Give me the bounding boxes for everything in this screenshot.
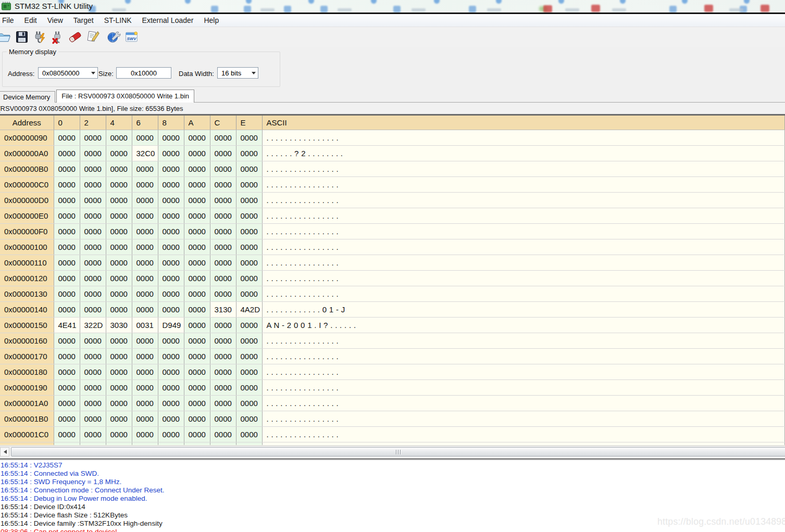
hex-cell[interactable]: 0000: [106, 161, 132, 177]
hex-cell[interactable]: 0000: [210, 333, 236, 349]
tab-device-memory[interactable]: Device Memory: [0, 91, 55, 103]
hex-cell[interactable]: 0000: [106, 239, 132, 255]
settings-button[interactable]: [105, 29, 122, 45]
hex-cell[interactable]: 0000: [80, 427, 106, 442]
hex-cell[interactable]: 0000: [54, 411, 80, 427]
hex-cell[interactable]: 0000: [236, 177, 262, 193]
hex-cell[interactable]: 0000: [54, 161, 80, 177]
hex-cell[interactable]: 0000: [80, 411, 106, 427]
hex-cell[interactable]: 0000: [158, 380, 184, 396]
hex-cell[interactable]: 0000: [106, 286, 132, 302]
hex-cell[interactable]: 0000: [54, 193, 80, 208]
scroll-left-button[interactable]: [0, 447, 9, 457]
hex-cell[interactable]: 0000: [184, 161, 210, 177]
hex-cell[interactable]: 0000: [210, 255, 236, 271]
hex-cell[interactable]: 0000: [184, 193, 210, 208]
hex-cell[interactable]: 0000: [106, 255, 132, 271]
hex-cell[interactable]: 0000: [132, 208, 158, 224]
hex-cell[interactable]: 0000: [80, 396, 106, 411]
hex-cell[interactable]: 0000: [106, 333, 132, 349]
hex-cell[interactable]: 0000: [210, 239, 236, 255]
hex-cell[interactable]: 0000: [210, 208, 236, 224]
hex-cell[interactable]: 0000: [158, 161, 184, 177]
menu-item-target[interactable]: Target: [68, 15, 99, 27]
hex-cell[interactable]: 0000: [132, 161, 158, 177]
hex-cell[interactable]: 0000: [54, 380, 80, 396]
menu-item-edit[interactable]: Edit: [19, 15, 42, 27]
hex-cell[interactable]: 0000: [80, 286, 106, 302]
hex-cell[interactable]: 0000: [54, 302, 80, 318]
menu-item-st-link[interactable]: ST-LINK: [99, 15, 137, 27]
hex-cell[interactable]: 0000: [184, 286, 210, 302]
hex-cell[interactable]: 0000: [210, 411, 236, 427]
hex-cell[interactable]: 0000: [158, 239, 184, 255]
hex-cell[interactable]: 0000: [106, 380, 132, 396]
hex-cell[interactable]: 0000: [132, 333, 158, 349]
hex-cell[interactable]: 0000: [132, 177, 158, 193]
hex-cell[interactable]: 3030: [106, 318, 132, 333]
hex-cell[interactable]: 0000: [80, 130, 106, 146]
hex-cell[interactable]: 0000: [210, 146, 236, 161]
hex-cell[interactable]: 32C0: [132, 146, 158, 161]
hex-cell[interactable]: 0000: [158, 302, 184, 318]
size-input[interactable]: 0x10000: [116, 67, 171, 79]
hex-cell[interactable]: 0000: [184, 239, 210, 255]
hex-cell[interactable]: 0000: [158, 271, 184, 286]
hex-cell[interactable]: 0000: [236, 318, 262, 333]
hex-cell[interactable]: 0000: [80, 146, 106, 161]
hex-cell[interactable]: 0000: [54, 239, 80, 255]
hex-cell[interactable]: 0000: [158, 396, 184, 411]
hex-cell[interactable]: 0000: [158, 255, 184, 271]
hex-cell[interactable]: 4E41: [54, 318, 80, 333]
hex-cell[interactable]: 0000: [80, 271, 106, 286]
hex-cell[interactable]: 0000: [184, 318, 210, 333]
hex-cell[interactable]: 0000: [80, 302, 106, 318]
hex-cell[interactable]: 0000: [210, 349, 236, 364]
hex-cell[interactable]: 0031: [132, 318, 158, 333]
hex-cell[interactable]: 0000: [132, 193, 158, 208]
hex-cell[interactable]: 0000: [132, 349, 158, 364]
save-file-button[interactable]: [14, 29, 30, 45]
hex-cell[interactable]: 0000: [54, 208, 80, 224]
hex-cell[interactable]: 0000: [106, 177, 132, 193]
hex-cell[interactable]: 0000: [210, 130, 236, 146]
hex-cell[interactable]: 0000: [80, 333, 106, 349]
hex-cell[interactable]: 0000: [158, 286, 184, 302]
hex-cell[interactable]: 0000: [106, 427, 132, 442]
hex-cell[interactable]: 0000: [80, 380, 106, 396]
menu-item-external-loader[interactable]: External Loader: [137, 15, 199, 27]
hex-cell[interactable]: 0000: [184, 333, 210, 349]
hex-cell[interactable]: 0000: [54, 177, 80, 193]
hex-cell[interactable]: 0000: [184, 177, 210, 193]
address-combobox[interactable]: 0x08050000: [38, 67, 98, 79]
hex-cell[interactable]: 0000: [106, 146, 132, 161]
hex-cell[interactable]: 0000: [54, 224, 80, 239]
hex-cell[interactable]: 322D: [80, 318, 106, 333]
hex-cell[interactable]: 0000: [54, 396, 80, 411]
hex-cell[interactable]: 0000: [132, 411, 158, 427]
hex-cell[interactable]: 0000: [158, 364, 184, 380]
hex-cell[interactable]: 0000: [236, 427, 262, 442]
hex-cell[interactable]: 0000: [132, 255, 158, 271]
hex-cell[interactable]: 0000: [106, 224, 132, 239]
hex-cell[interactable]: 0000: [106, 396, 132, 411]
disconnect-button[interactable]: [49, 29, 66, 45]
hex-cell[interactable]: 0000: [80, 255, 106, 271]
hex-cell[interactable]: 0000: [184, 396, 210, 411]
hex-cell[interactable]: 0000: [106, 411, 132, 427]
hex-cell[interactable]: 0000: [236, 161, 262, 177]
horizontal-scrollbar[interactable]: [0, 446, 785, 458]
hex-cell[interactable]: 0000: [132, 286, 158, 302]
hex-cell[interactable]: 0000: [236, 380, 262, 396]
hex-cell[interactable]: 0000: [54, 427, 80, 442]
hex-cell[interactable]: 0000: [158, 146, 184, 161]
hex-cell[interactable]: 0000: [106, 302, 132, 318]
hex-cell[interactable]: 0000: [80, 224, 106, 239]
hex-cell[interactable]: 0000: [184, 255, 210, 271]
hex-cell[interactable]: 0000: [80, 177, 106, 193]
hex-cell[interactable]: 0000: [132, 302, 158, 318]
hex-cell[interactable]: 0000: [132, 427, 158, 442]
hex-cell[interactable]: 0000: [236, 224, 262, 239]
hex-cell[interactable]: 0000: [184, 411, 210, 427]
hex-cell[interactable]: 0000: [106, 130, 132, 146]
